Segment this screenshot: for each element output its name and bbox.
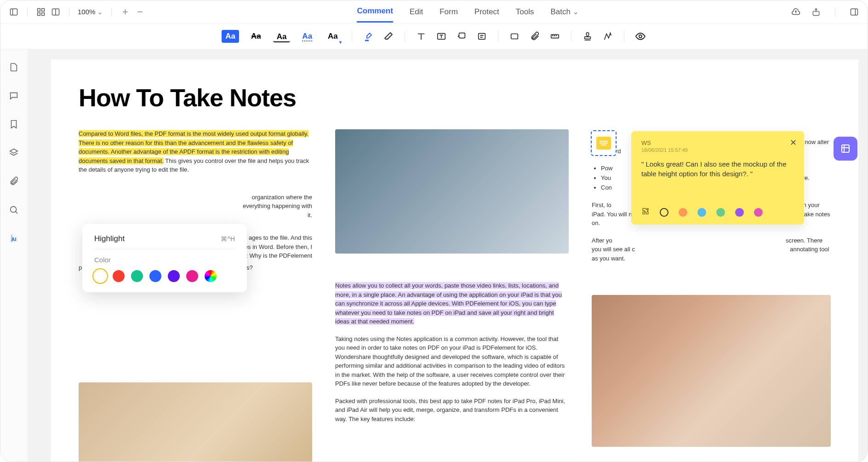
note-color-magenta[interactable]: [754, 208, 763, 217]
sticky-note-popup: ✕ WS 18/06/2021 15:57:49 " Looks great! …: [631, 131, 804, 225]
svg-rect-16: [511, 34, 518, 39]
image-placeholder: [592, 295, 831, 447]
panel-right-icon[interactable]: [849, 7, 859, 17]
signature-icon[interactable]: [602, 30, 614, 42]
highlight-text-button[interactable]: Aa: [222, 30, 239, 43]
app-window: 100% ⌄ + − Comment Edit Form Protect Too…: [0, 0, 868, 462]
column-1: Compared to Word files, the PDF format i…: [79, 129, 312, 462]
chevron-down-icon: ⌄: [572, 7, 579, 17]
search-icon[interactable]: [9, 205, 20, 216]
body-text: it.: [308, 212, 312, 219]
tab-protect[interactable]: Protect: [474, 1, 499, 23]
body-text: everything happening with: [243, 202, 312, 209]
text-tool-icon[interactable]: [415, 30, 427, 42]
layers-icon[interactable]: [9, 148, 20, 159]
tab-form[interactable]: Form: [440, 1, 458, 23]
body-text: First, lo: [592, 202, 611, 208]
zoom-selector[interactable]: 100% ⌄: [78, 8, 103, 16]
color-swatch-teal[interactable]: [131, 270, 143, 282]
top-toolbar: 100% ⌄ + − Comment Edit Form Protect Too…: [0, 0, 868, 23]
page-title: How To Take Notes: [79, 83, 831, 112]
sticky-note-marker[interactable]: [591, 130, 617, 156]
attachment-icon[interactable]: [529, 30, 541, 42]
note-icon[interactable]: [476, 30, 488, 42]
body-text: : Why is the PDFelement: [246, 252, 312, 259]
body-text: ages to the file. And this: [249, 234, 312, 241]
share-icon[interactable]: [811, 7, 821, 17]
svg-point-24: [10, 207, 16, 213]
main-tabs: Comment Edit Form Protect Tools Batch ⌄: [357, 1, 578, 23]
cloud-upload-icon[interactable]: [791, 7, 801, 17]
keyboard-shortcut: ⌘^H: [221, 235, 235, 243]
note-color-violet[interactable]: [735, 208, 744, 217]
annotation-toolbar: Aa Aa Aa Aa Aa▾: [0, 23, 868, 49]
note-color-cyan[interactable]: [697, 208, 706, 217]
zoom-in-button[interactable]: +: [120, 6, 130, 18]
color-label: Color: [94, 256, 235, 264]
svg-rect-2: [38, 8, 40, 11]
rectangle-icon[interactable]: [508, 30, 520, 42]
svg-rect-0: [11, 9, 17, 15]
columns-view-icon[interactable]: [51, 7, 61, 17]
color-swatch-yellow[interactable]: [94, 270, 106, 282]
puzzle-icon[interactable]: [641, 207, 650, 217]
list-item: Pow: [601, 165, 612, 172]
tab-batch[interactable]: Batch ⌄: [550, 1, 578, 23]
highlighted-text-purple[interactable]: Notes allow you to collect all your word…: [335, 282, 562, 325]
popup-title: Highlight: [94, 234, 125, 243]
svg-rect-3: [42, 8, 45, 11]
document-canvas[interactable]: How To Take Notes Compared to Word files…: [28, 49, 868, 462]
svg-rect-17: [551, 35, 559, 38]
sticky-note-icon: [596, 137, 611, 150]
color-swatch-red[interactable]: [113, 270, 125, 282]
zoom-out-button[interactable]: −: [135, 6, 145, 18]
tab-edit[interactable]: Edit: [410, 1, 423, 23]
svg-rect-5: [42, 12, 45, 15]
svg-point-23: [639, 35, 642, 38]
eye-icon[interactable]: [634, 30, 646, 42]
note-timestamp: 18/06/2021 15:57:49: [641, 147, 794, 153]
chevron-down-icon: ⌄: [97, 8, 103, 16]
note-color-yellow[interactable]: [660, 208, 668, 217]
floating-action-button[interactable]: [834, 137, 857, 161]
body-text: After yo: [592, 237, 612, 244]
note-color-orange[interactable]: [679, 208, 687, 217]
list-item: Con: [601, 184, 612, 191]
color-picker-button[interactable]: [205, 270, 217, 282]
list-item: You: [601, 174, 611, 181]
text-box-icon[interactable]: [435, 30, 447, 42]
svg-line-25: [15, 212, 17, 214]
stamp-icon[interactable]: [582, 30, 594, 42]
eraser-icon[interactable]: [383, 30, 394, 42]
highlighter-icon[interactable]: [362, 30, 374, 42]
svg-rect-13: [478, 33, 485, 39]
comments-icon[interactable]: [9, 91, 20, 102]
color-swatch-blue[interactable]: [149, 270, 161, 282]
underline-button[interactable]: Aa: [273, 30, 291, 42]
page-thumbnails-icon[interactable]: [9, 62, 20, 73]
svg-rect-27: [842, 145, 849, 152]
grid-view-icon[interactable]: [36, 7, 46, 17]
bookmark-icon[interactable]: [9, 119, 20, 130]
svg-rect-9: [851, 9, 858, 15]
body-text: Taking notes using the Notes application…: [335, 335, 569, 388]
note-color-green[interactable]: [716, 208, 725, 217]
highlight-color-popup: Highlight ⌘^H Color: [82, 224, 247, 292]
measure-icon[interactable]: [549, 30, 561, 42]
attachment-sidebar-icon[interactable]: [9, 176, 20, 187]
strikethrough-button[interactable]: Aa: [247, 30, 265, 43]
panel-toggle-icon[interactable]: [9, 7, 19, 17]
close-icon[interactable]: ✕: [790, 138, 797, 148]
squiggly-button[interactable]: Aa: [298, 30, 316, 43]
image-placeholder: [335, 129, 569, 254]
tab-comment[interactable]: Comment: [357, 1, 393, 23]
color-swatch-pink[interactable]: [186, 270, 198, 282]
note-text[interactable]: " Looks great! Can I also see the mockup…: [641, 159, 794, 179]
column-2: Notes allow you to collect all your word…: [335, 129, 569, 462]
body-text: Packed with professional tools, this bes…: [335, 397, 569, 424]
callout-icon[interactable]: [456, 30, 468, 42]
tab-tools[interactable]: Tools: [516, 1, 534, 23]
ai-icon[interactable]: AI: [9, 233, 20, 244]
color-swatch-purple[interactable]: [168, 270, 180, 282]
caret-markup-button[interactable]: Aa▾: [324, 30, 342, 43]
